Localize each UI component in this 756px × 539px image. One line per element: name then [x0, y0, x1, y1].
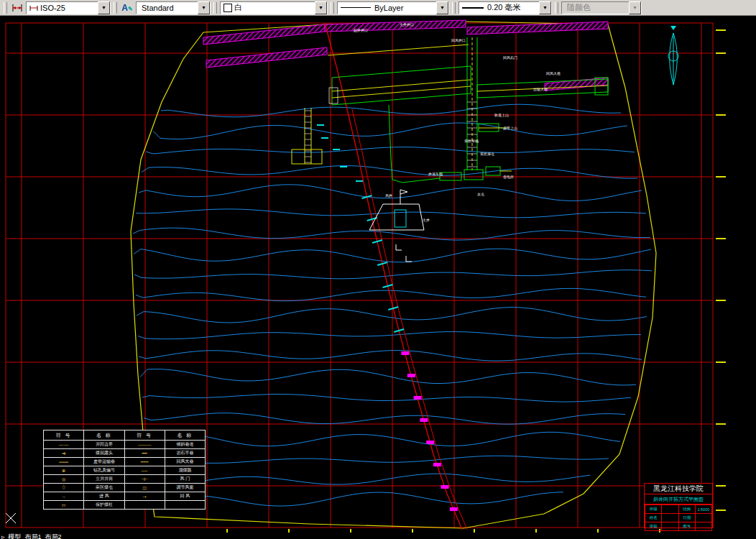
- annotation-label: 采区车场: [464, 139, 479, 144]
- text-style-manager-button[interactable]: A✎: [119, 1, 135, 15]
- plot-style-value: 随颜色: [565, 2, 593, 13]
- north-arrow-icon: [668, 26, 678, 85]
- legend-symbol: ◫: [124, 484, 165, 492]
- legend-name: 采区煤仓: [84, 484, 124, 492]
- linetype-combo[interactable]: ByLayer ▼: [337, 1, 449, 14]
- annotation-label: 回风大巷: [546, 71, 561, 76]
- legend-row: ═══皮带运输巷╍╍╍回风大巷: [44, 458, 206, 466]
- toolbar-grip[interactable]: [555, 2, 558, 14]
- title-block-cell: [662, 522, 678, 531]
- legend-name: 岩石平巷: [165, 449, 205, 458]
- text-style-icon: A✎: [121, 3, 132, 13]
- annotation-label: 主井: [423, 218, 430, 222]
- annotation-label: 风井: [385, 193, 392, 198]
- legend-row: →进 风⇢回 风: [44, 492, 206, 501]
- legend-table: 符 号名 称符 号名 称—·—井田边界———倾斜巷道⇉煤层露头━━岩石平巷═══…: [43, 430, 206, 510]
- dim-style-combo[interactable]: ISO-25 ▼: [26, 1, 111, 14]
- annotation-label: 运输大巷: [533, 87, 548, 92]
- legend-symbol: ⇉: [44, 449, 84, 458]
- legend-symbol: ⊣⊢: [124, 475, 165, 484]
- drawing-canvas[interactable]: 副井井口主井井口回风井口回风石门回风大巷运输大巷轨道上山皮带上山采区车场采区煤仓…: [0, 16, 756, 533]
- annotation-label: 轨道上山: [494, 113, 509, 117]
- dim-style-manager-button[interactable]: [9, 1, 25, 15]
- legend-row: ▭保护煤柱: [44, 501, 206, 510]
- title-block-grid: 班级 比例 1:5000 姓名 日期 审核 图号: [645, 505, 712, 531]
- title-block-cell: 比例: [678, 505, 695, 514]
- toolbar-grip[interactable]: [114, 2, 117, 14]
- linetype-dropdown-arrow[interactable]: ▼: [436, 1, 448, 14]
- legend-row: ⬯采区煤仓◫调节风窗: [44, 484, 206, 492]
- legend-symbol: ╍╍╍: [124, 458, 165, 466]
- cad-window: ISO-25 ▼ A✎ Standard ▼ 白 ▼ ByLayer ▼ 0.2…: [0, 0, 756, 539]
- legend-symbol: ◎: [44, 475, 84, 484]
- legend-symbol: ———: [124, 441, 165, 449]
- coal-outcrop-hatch: [203, 20, 608, 91]
- color-dropdown-arrow[interactable]: ▼: [315, 1, 327, 14]
- title-block-cell: [662, 505, 678, 514]
- annotation-label: 水仓: [477, 192, 484, 196]
- lineweight-combo[interactable]: 0.20 毫米 ▼: [458, 1, 552, 14]
- legend-name: [165, 501, 205, 510]
- title-block-cell: 1:5000: [695, 505, 711, 514]
- legend-symbol: →: [44, 492, 84, 501]
- legend-header-cell: 名 称: [84, 430, 124, 441]
- annotation-label: 回风石门: [503, 55, 517, 60]
- legend-name: 倾斜巷道: [165, 441, 205, 449]
- legend-header-cell: 符 号: [44, 430, 84, 441]
- title-block-drawing-name: 斜井田开拓方式平面图: [645, 494, 712, 505]
- text-style-combo[interactable]: Standard ▼: [136, 1, 211, 14]
- annotation-labels: 副井井口主井井口回风井口回风石门回风大巷运输大巷轨道上山皮带上山采区车场采区煤仓…: [354, 22, 561, 222]
- title-block-cell: 姓名: [645, 514, 662, 522]
- text-style-dropdown-arrow[interactable]: ▼: [198, 1, 210, 14]
- legend-symbol: ──: [124, 466, 165, 475]
- legend-name: 回风大巷: [165, 458, 205, 466]
- legend-symbol: ⊕: [44, 466, 84, 475]
- title-block-cell: 审核: [645, 522, 662, 531]
- tab-model[interactable]: 模型: [9, 533, 22, 539]
- toolbar-grip[interactable]: [4, 2, 7, 14]
- dim-style-icon: [11, 3, 23, 12]
- legend-header: 符 号名 称符 号名 称: [44, 430, 206, 441]
- legend-name: 风 门: [165, 475, 205, 484]
- layout-tab-bar: ▹ 模型 布局1 布局2: [0, 533, 756, 539]
- legend-name: 调节风窗: [165, 484, 205, 492]
- linetype-value: ByLayer: [372, 4, 405, 12]
- toolbar-grip[interactable]: [213, 2, 217, 14]
- legend-row: ⇉煤层露头━━岩石平巷: [44, 449, 206, 458]
- legend-symbol: ⇢: [124, 492, 165, 501]
- tab-scroll-arrow[interactable]: ▹: [1, 533, 5, 539]
- title-block-cell: 日期: [678, 514, 695, 522]
- minefield-boundary: [131, 22, 656, 528]
- title-block-cell: [695, 522, 711, 531]
- tab-layout1[interactable]: 布局1: [25, 533, 42, 539]
- edge-ticks: [227, 30, 726, 533]
- legend-name: 井田边界: [84, 441, 124, 449]
- title-block-cell: [695, 514, 711, 522]
- annotation-label: 皮带上山: [503, 126, 517, 131]
- toolbar-grip[interactable]: [452, 2, 456, 14]
- legend-symbol: —·—: [44, 441, 84, 449]
- title-block-school: 黑龙江科技学院: [645, 484, 712, 494]
- toolbar-grip[interactable]: [331, 2, 334, 14]
- legend-name: 煤层露头: [84, 449, 124, 458]
- legend-name: 皮带运输巷: [84, 458, 124, 466]
- color-combo[interactable]: 白 ▼: [220, 1, 328, 14]
- dim-style-small-icon: [29, 4, 38, 11]
- annotation-label: 主井井口: [400, 22, 414, 27]
- plot-style-combo: 随颜色 ▼: [561, 1, 642, 14]
- ucs-icon: [6, 513, 16, 523]
- annotation-label: 副井井口: [354, 28, 368, 33]
- legend-symbol: ⬯: [44, 484, 84, 492]
- legend-name: 进 风: [84, 492, 124, 501]
- text-style-value: Standard: [139, 4, 176, 12]
- title-block-cell: 图号: [678, 522, 695, 531]
- tab-layout2[interactable]: 布局2: [45, 533, 62, 539]
- color-value: 白: [232, 2, 244, 13]
- legend-symbol: [124, 501, 165, 510]
- title-block-row: 审核 图号: [645, 522, 712, 531]
- lineweight-dropdown-arrow[interactable]: ▼: [539, 1, 551, 14]
- dim-style-dropdown-arrow[interactable]: ▼: [98, 1, 110, 14]
- legend-row: —·—井田边界———倾斜巷道: [44, 441, 206, 449]
- annotation-label: 采区煤仓: [480, 152, 494, 156]
- annotation-label: 回风井口: [451, 38, 466, 43]
